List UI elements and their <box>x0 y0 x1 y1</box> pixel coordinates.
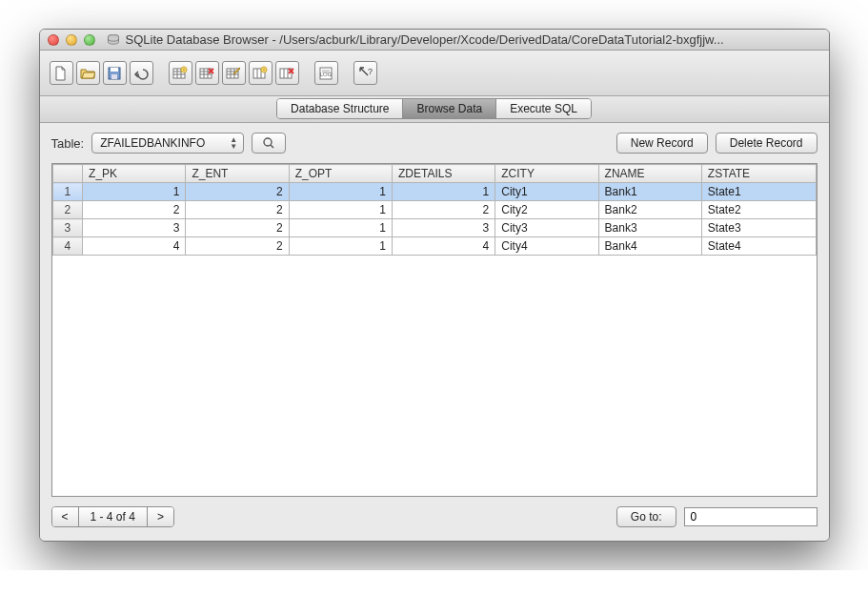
delete-table-button[interactable] <box>195 61 219 85</box>
cell[interactable]: 2 <box>186 183 289 201</box>
column-header-zname[interactable]: ZNAME <box>598 165 701 183</box>
add-column-button[interactable] <box>249 61 273 85</box>
undo-button[interactable] <box>130 61 153 85</box>
delete-record-button[interactable]: Delete Record <box>716 133 818 154</box>
log-button[interactable]: LOG <box>314 61 338 85</box>
minimize-window-button[interactable] <box>66 34 77 46</box>
column-header-zdetails[interactable]: ZDETAILS <box>392 165 495 183</box>
footer-bar: < 1 - 4 of 4 > Go to: <box>40 497 829 541</box>
delete-column-button[interactable] <box>275 61 299 85</box>
table-select-value: ZFAILEDBANKINFO <box>100 136 205 150</box>
toolbar: LOG ? <box>40 51 829 96</box>
cell[interactable]: 1 <box>289 183 392 201</box>
cell[interactable]: 4 <box>392 237 495 256</box>
column-header-z_pk[interactable]: Z_PK <box>83 165 186 183</box>
new-file-button[interactable] <box>50 61 73 85</box>
cell[interactable]: 2 <box>186 201 289 219</box>
cell[interactable]: State4 <box>701 237 816 256</box>
next-page-button[interactable]: > <box>148 507 173 526</box>
cell[interactable]: Bank2 <box>598 201 701 219</box>
cell[interactable]: State3 <box>701 219 816 237</box>
svg-rect-3 <box>111 74 117 79</box>
row-number[interactable]: 2 <box>52 201 83 219</box>
tab-segment: Database Structure Browse Data Execute S… <box>276 98 592 119</box>
cell[interactable]: City1 <box>495 183 598 201</box>
window-title: SQLite Database Browser - /Users/acburk/… <box>126 32 821 47</box>
goto-button[interactable]: Go to: <box>616 506 676 527</box>
database-icon <box>107 34 120 45</box>
row-header-corner <box>52 165 83 183</box>
tab-bar: Database Structure Browse Data Execute S… <box>40 96 829 123</box>
table-row[interactable]: 44214City4Bank4State4 <box>52 237 816 256</box>
goto-input[interactable] <box>684 507 818 526</box>
cell[interactable]: 2 <box>392 201 495 219</box>
cell[interactable]: State1 <box>701 183 816 201</box>
cell[interactable]: 2 <box>83 201 186 219</box>
select-arrows-icon: ▲▼ <box>230 136 237 150</box>
cell[interactable]: Bank4 <box>598 237 701 256</box>
tab-execute-sql[interactable]: Execute SQL <box>496 99 591 118</box>
cell[interactable]: 1 <box>83 183 186 201</box>
zoom-window-button[interactable] <box>84 34 95 46</box>
row-number[interactable]: 1 <box>52 183 83 201</box>
tab-database-structure[interactable]: Database Structure <box>277 99 403 118</box>
search-button[interactable] <box>252 133 286 154</box>
titlebar: SQLite Database Browser - /Users/acburk/… <box>40 30 829 51</box>
table-row[interactable]: 33213City3Bank3State3 <box>52 219 816 237</box>
cell[interactable]: 2 <box>186 219 289 237</box>
svg-point-14 <box>264 138 272 146</box>
svg-rect-2 <box>111 68 118 72</box>
pager: < 1 - 4 of 4 > <box>51 506 174 527</box>
table-select[interactable]: ZFAILEDBANKINFO ▲▼ <box>91 133 244 154</box>
cell[interactable]: Bank3 <box>598 219 701 237</box>
data-table: Z_PKZ_ENTZ_OPTZDETAILSZCITYZNAMEZSTATE 1… <box>52 164 817 256</box>
cell[interactable]: City2 <box>495 201 598 219</box>
app-window: SQLite Database Browser - /Users/acburk/… <box>39 29 830 542</box>
table-row[interactable]: 11211City1Bank1State1 <box>52 183 816 201</box>
close-window-button[interactable] <box>48 34 59 46</box>
create-table-button[interactable] <box>169 61 192 85</box>
cell[interactable]: State2 <box>701 201 816 219</box>
row-number[interactable]: 3 <box>52 219 83 237</box>
cell[interactable]: 1 <box>289 201 392 219</box>
table-label: Table: <box>51 136 85 151</box>
column-header-z_ent[interactable]: Z_ENT <box>186 165 289 183</box>
cell[interactable]: 3 <box>392 219 495 237</box>
column-header-zcity[interactable]: ZCITY <box>495 165 598 183</box>
cell[interactable]: 1 <box>392 183 495 201</box>
modify-table-button[interactable] <box>222 61 246 85</box>
prev-page-button[interactable]: < <box>52 507 79 526</box>
data-grid[interactable]: Z_PKZ_ENTZ_OPTZDETAILSZCITYZNAMEZSTATE 1… <box>51 163 818 497</box>
cell[interactable]: 3 <box>83 219 186 237</box>
cell[interactable]: City4 <box>495 237 598 256</box>
table-row[interactable]: 22212City2Bank2State2 <box>52 201 816 219</box>
tab-browse-data[interactable]: Browse Data <box>403 99 496 118</box>
help-button[interactable]: ? <box>353 61 377 85</box>
column-header-zstate[interactable]: ZSTATE <box>701 165 816 183</box>
page-range: 1 - 4 of 4 <box>79 507 148 526</box>
browse-controls: Table: ZFAILEDBANKINFO ▲▼ New Record Del… <box>40 123 829 163</box>
cell[interactable]: City3 <box>495 219 598 237</box>
row-number[interactable]: 4 <box>52 237 83 256</box>
cell[interactable]: Bank1 <box>598 183 701 201</box>
new-record-button[interactable]: New Record <box>616 133 708 154</box>
column-header-z_opt[interactable]: Z_OPT <box>289 165 392 183</box>
window-controls <box>48 34 95 46</box>
save-button[interactable] <box>103 61 127 85</box>
svg-text:?: ? <box>368 67 373 76</box>
cell[interactable]: 1 <box>289 237 392 256</box>
open-file-button[interactable] <box>76 61 100 85</box>
cell[interactable]: 4 <box>83 237 186 256</box>
cell[interactable]: 1 <box>289 219 392 237</box>
cell[interactable]: 2 <box>186 237 289 256</box>
